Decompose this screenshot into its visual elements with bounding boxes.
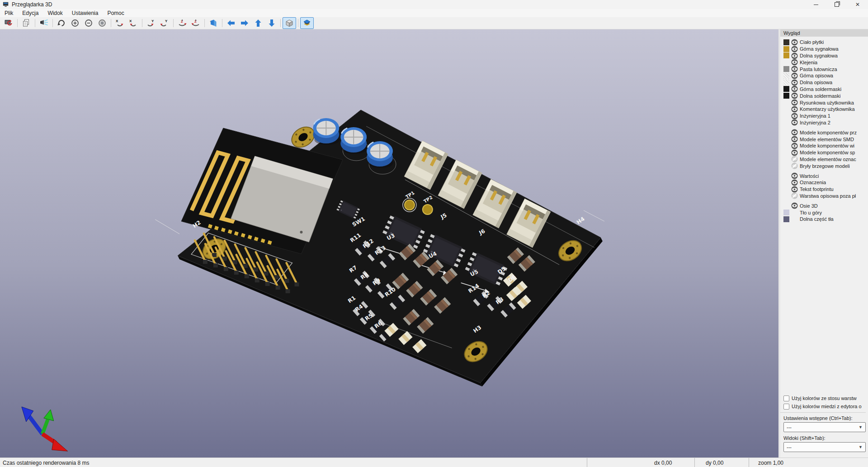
visibility-eye-icon[interactable] xyxy=(791,106,798,113)
use-stackup-colors-option[interactable]: Użyj kolorów ze stosu warstw xyxy=(783,394,866,402)
checkbox-icon[interactable] xyxy=(783,404,789,410)
visibility-eye-icon[interactable] xyxy=(791,99,798,106)
restore-button[interactable] xyxy=(826,0,847,9)
layer-color-swatch[interactable] xyxy=(783,52,789,58)
visibility-eye-icon[interactable] xyxy=(791,202,798,209)
layer-row-top-copper[interactable]: Górna sygnałowa xyxy=(783,46,868,52)
visibility-eye-icon[interactable] xyxy=(791,86,798,92)
rotate-y-cw-button[interactable]: Y xyxy=(144,17,158,29)
zoom-out-button[interactable] xyxy=(82,17,95,29)
rotate-z-ccw-button[interactable]: Z xyxy=(189,17,203,29)
layer-color-swatch[interactable] xyxy=(783,100,789,105)
layer-color-swatch[interactable] xyxy=(783,113,789,119)
visibility-eye-icon[interactable] xyxy=(791,136,798,143)
layer-color-swatch[interactable] xyxy=(783,39,789,45)
appearance-layers-toggle[interactable] xyxy=(300,17,314,29)
layer-row-solder-paste[interactable]: Pasta lutownicza xyxy=(783,66,868,72)
annotation-row-references[interactable]: Oznaczenia xyxy=(783,179,868,186)
visibility-eye-icon[interactable] xyxy=(791,46,798,52)
visibility-eye-icon[interactable] xyxy=(791,66,798,72)
pcb-3d-render[interactable]: H2 H3 H4 SW1 U3 U4 U5 J5 J6 TP1 TP2 R1 R… xyxy=(0,29,778,457)
layer-color-swatch[interactable] xyxy=(783,86,789,92)
visibility-eye-icon[interactable] xyxy=(791,179,798,186)
model-row-virtual[interactable]: Modele komponentów wi xyxy=(783,143,868,149)
move-down-button[interactable] xyxy=(265,17,278,29)
rotate-x-ccw-button[interactable]: X xyxy=(127,17,140,29)
layer-color-swatch[interactable] xyxy=(783,66,789,72)
visibility-eye-icon[interactable] xyxy=(791,172,798,179)
close-button[interactable]: ✕ xyxy=(847,0,868,9)
rotate-y-ccw-button[interactable]: Y xyxy=(158,17,171,29)
visibility-eye-icon[interactable] xyxy=(791,113,798,119)
copy-image-button[interactable] xyxy=(19,17,33,29)
menu-widok[interactable]: Widok xyxy=(43,10,67,17)
3d-viewport[interactable]: H2 H3 H4 SW1 U3 U4 U5 J5 J6 TP1 TP2 R1 R… xyxy=(0,29,778,457)
env-row-bg-bottom[interactable]: Dolna część tła xyxy=(783,216,868,223)
menu-edycja[interactable]: Edycja xyxy=(18,10,43,17)
annotation-row-values[interactable]: Wartości xyxy=(783,172,868,179)
rotate-z-cw-button[interactable]: Z xyxy=(175,17,189,29)
bg-bottom-color-swatch[interactable] xyxy=(783,216,789,222)
zoom-in-button[interactable] xyxy=(68,17,82,29)
checkbox-icon[interactable] xyxy=(783,396,789,401)
reload-board-button[interactable] xyxy=(2,17,15,29)
visibility-eye-icon[interactable] xyxy=(791,149,798,156)
menu-plik[interactable]: Plik xyxy=(0,10,18,17)
env-row-bg-top[interactable]: Tło u góry xyxy=(783,209,868,216)
layer-row-top-soldermask[interactable]: Górna soldermaski xyxy=(783,86,868,93)
presets-dropdown[interactable]: --- ▼ xyxy=(783,422,866,432)
layer-row-eco2[interactable]: Inżynieryjna 2 xyxy=(783,119,868,126)
layer-color-swatch[interactable] xyxy=(783,93,789,99)
menu-pomoc[interactable]: Pomoc xyxy=(103,10,128,17)
orthographic-projection-toggle[interactable] xyxy=(283,17,296,29)
visibility-eye-icon[interactable] xyxy=(791,79,798,86)
layer-color-swatch[interactable] xyxy=(783,46,789,52)
visibility-eye-icon[interactable] xyxy=(791,129,798,136)
visibility-eye-icon[interactable] xyxy=(791,119,798,126)
model-row-bounding-boxes[interactable]: Bryły brzegowe modeli xyxy=(783,162,868,169)
visibility-eye-icon[interactable] xyxy=(791,143,798,149)
layer-row-user-drawings[interactable]: Rysunkowa użytkownika xyxy=(783,99,868,106)
visibility-eye-off-icon[interactable] xyxy=(791,192,798,199)
layer-row-user-comments[interactable]: Komentarzy użytkownika xyxy=(783,106,868,113)
layer-row-board-body[interactable]: Ciało płytki xyxy=(783,39,868,46)
visibility-eye-icon[interactable] xyxy=(791,92,798,99)
bg-top-color-swatch[interactable] xyxy=(783,210,789,215)
annotation-row-footprint-text[interactable]: Tekst footprintu xyxy=(783,186,868,193)
layer-row-bottom-silkscreen[interactable]: Dolna opisowa xyxy=(783,79,868,86)
visibility-eye-icon[interactable] xyxy=(791,59,798,66)
layer-row-eco1[interactable]: Inżynieryjna 1 xyxy=(783,113,868,119)
layer-row-bottom-soldermask[interactable]: Dolna soldermaski xyxy=(783,92,868,99)
layer-color-swatch[interactable] xyxy=(783,73,789,79)
model-row-smd[interactable]: Modele elementów SMD xyxy=(783,136,868,143)
move-left-button[interactable] xyxy=(224,17,238,29)
render-raytracing-button[interactable] xyxy=(37,17,51,29)
move-right-button[interactable] xyxy=(238,17,251,29)
zoom-to-fit-button[interactable] xyxy=(95,17,109,29)
layer-row-bottom-copper[interactable]: Dolna sygnałowa xyxy=(783,52,868,59)
layer-row-adhesive[interactable]: Klejenia xyxy=(783,59,868,66)
layer-row-top-silkscreen[interactable]: Górna opisowa xyxy=(783,72,868,79)
layer-color-swatch[interactable] xyxy=(783,80,789,86)
flip-board-button[interactable] xyxy=(207,17,220,29)
visibility-eye-icon[interactable] xyxy=(791,39,798,46)
menu-ustawienia[interactable]: Ustawienia xyxy=(67,10,103,17)
layer-color-swatch[interactable] xyxy=(783,119,789,125)
model-row-marked-dnp[interactable]: Modele elementów oznac xyxy=(783,156,868,163)
env-row-3d-axes[interactable]: Osie 3D xyxy=(783,202,868,209)
visibility-eye-off-icon[interactable] xyxy=(791,156,798,162)
model-row-tht[interactable]: Modele komponentów prz xyxy=(783,129,868,136)
annotation-row-offboard-silk[interactable]: Warstwa opisowa poza pł xyxy=(783,193,868,200)
move-up-button[interactable] xyxy=(251,17,265,29)
use-editor-copper-colors-option[interactable]: Użyj kolorów miedzi z edytora o xyxy=(783,402,866,410)
model-row-other[interactable]: Modele komponentów sp xyxy=(783,149,868,156)
layer-color-swatch[interactable] xyxy=(783,106,789,112)
visibility-eye-icon[interactable] xyxy=(791,72,798,79)
visibility-eye-off-icon[interactable] xyxy=(791,162,798,169)
rotate-x-cw-button[interactable]: X xyxy=(113,17,127,29)
redraw-button[interactable] xyxy=(55,17,68,29)
minimize-button[interactable] xyxy=(806,0,826,9)
visibility-eye-icon[interactable] xyxy=(791,52,798,59)
views-dropdown[interactable]: --- ▼ xyxy=(783,442,866,452)
visibility-eye-icon[interactable] xyxy=(791,186,798,193)
